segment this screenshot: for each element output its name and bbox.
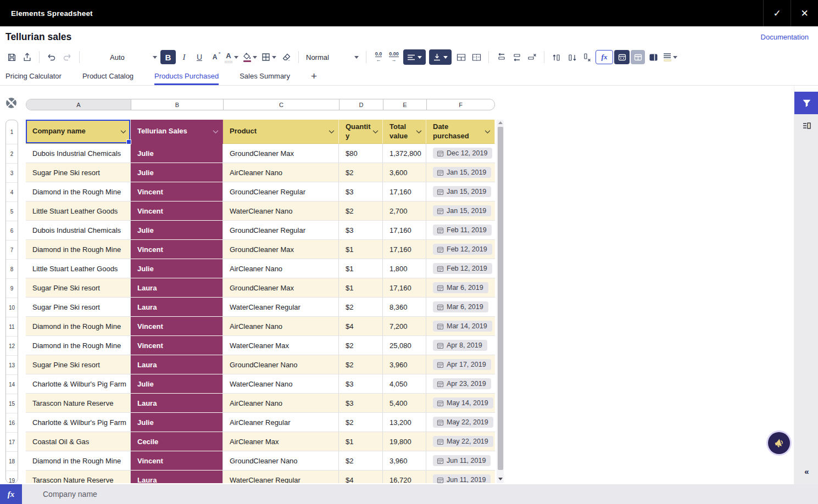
cell-company[interactable]: Sugar Pine Ski resort — [26, 298, 131, 317]
cell-total-value[interactable]: 4,050 — [383, 374, 426, 394]
row-header[interactable]: 14 — [6, 375, 18, 394]
cell-quantity[interactable]: $3 — [339, 221, 383, 240]
cell-company[interactable]: Dubois Industrial Chemicals — [26, 221, 131, 240]
cell-product[interactable]: GroundCleaner Nano — [223, 355, 339, 374]
row-header[interactable]: 8 — [6, 260, 18, 279]
underline-button[interactable]: U — [192, 50, 207, 64]
row-header[interactable]: 3 — [6, 164, 18, 183]
column-header-c[interactable]: C — [224, 99, 340, 110]
cell-date-purchased[interactable]: Apr 8, 2019 — [426, 336, 495, 355]
cell-sales-rep[interactable]: Laura — [131, 394, 223, 413]
insert-column-right-button[interactable] — [565, 50, 579, 64]
row-header[interactable]: 9 — [6, 279, 18, 298]
delete-row-button[interactable] — [525, 50, 539, 64]
delete-column-button[interactable] — [580, 50, 594, 64]
cell-total-value[interactable]: 7,200 — [383, 317, 426, 336]
cell-style-select[interactable]: Normal — [304, 53, 361, 61]
filter-button[interactable] — [794, 92, 818, 114]
cell-total-value[interactable]: 17,160 — [383, 278, 426, 298]
announcements-button[interactable] — [768, 432, 790, 454]
cell-date-purchased[interactable]: Jan 15, 2019 — [426, 182, 495, 201]
cell-company[interactable]: Sugar Pine Ski resort — [26, 355, 131, 374]
save-button[interactable] — [4, 50, 19, 64]
cell-quantity[interactable]: $4 — [339, 471, 383, 483]
scroll-down-arrow[interactable] — [498, 478, 503, 480]
date-pill[interactable]: Jan 15, 2019 — [433, 205, 491, 216]
undo-button[interactable] — [44, 50, 59, 64]
cell-sales-rep[interactable]: Vincent — [131, 240, 223, 259]
cell-quantity[interactable]: $2 — [339, 413, 383, 432]
cell-company[interactable]: Tarascon Nature Reserve — [26, 394, 131, 413]
row-header[interactable]: 2 — [6, 144, 18, 164]
row-header[interactable]: 17 — [6, 433, 18, 452]
borders-button[interactable] — [260, 53, 278, 61]
header-cell-tellurian-sales[interactable]: Tellurian Sales — [131, 120, 223, 144]
header-cell-product[interactable]: Product — [223, 120, 339, 144]
cell-sales-rep[interactable]: Laura — [131, 278, 223, 298]
row-header[interactable]: 15 — [6, 394, 18, 413]
cell-product[interactable]: AirCleaner Nano — [223, 163, 339, 182]
cell-sales-rep[interactable]: Vincent — [131, 201, 223, 221]
cell-total-value[interactable]: 17,160 — [383, 240, 426, 259]
cell-sales-rep[interactable]: Cecile — [131, 432, 223, 451]
column-header-a[interactable]: A — [26, 99, 131, 110]
row-header[interactable]: 4 — [6, 183, 18, 202]
tab-sales-summary[interactable]: Sales Summary — [240, 67, 290, 85]
cell-company[interactable]: Dubois Industrial Chemicals — [26, 144, 131, 163]
cell-product[interactable]: AirCleaner Max — [223, 432, 339, 451]
row-header[interactable]: 7 — [6, 240, 18, 260]
formula-button[interactable]: fx — [596, 50, 613, 64]
select-all-button[interactable] — [6, 98, 16, 108]
cell-quantity[interactable]: $3 — [339, 182, 383, 201]
cell-date-purchased[interactable]: Jan 15, 2019 — [426, 163, 495, 182]
cell-quantity[interactable]: $2 — [339, 201, 383, 221]
cell-date-purchased[interactable]: May 22, 2019 — [426, 413, 495, 432]
clear-formatting-button[interactable] — [279, 50, 293, 64]
cell-quantity[interactable]: $80 — [339, 144, 383, 163]
confirm-button[interactable]: ✓ — [763, 0, 791, 26]
cell-company[interactable]: Sugar Pine Ski resort — [26, 163, 131, 182]
date-pill[interactable]: Jan 15, 2019 — [433, 186, 491, 197]
cell-product[interactable]: WaterCleaner Max — [223, 336, 339, 355]
row-header[interactable]: 11 — [6, 317, 18, 337]
italic-button[interactable]: I — [177, 50, 191, 64]
text-style-button[interactable]: A° — [208, 50, 222, 64]
cell-company[interactable]: Tarascon Nature Reserve — [26, 471, 131, 483]
cell-company[interactable]: Diamond in the Rough Mine — [26, 182, 131, 201]
cell-total-value[interactable]: 3,960 — [383, 355, 426, 374]
cell-total-value[interactable]: 1,372,800 — [383, 144, 426, 163]
cell-total-value[interactable]: 5,400 — [383, 394, 426, 413]
cell-date-purchased[interactable]: Jun 11, 2019 — [426, 451, 495, 471]
cell-sales-rep[interactable]: Vincent — [131, 336, 223, 355]
font-size-select[interactable]: Auto — [108, 53, 159, 61]
horizontal-align-button[interactable] — [403, 49, 426, 65]
cell-quantity[interactable]: $1 — [339, 240, 383, 259]
increase-decimal-button[interactable]: 0.00→ — [387, 50, 401, 64]
insert-column-left-button[interactable] — [549, 50, 564, 64]
cell-quantity[interactable]: $3 — [339, 374, 383, 394]
cell-date-purchased[interactable]: Jun 11, 2019 — [426, 471, 495, 483]
unmerge-cells-button[interactable] — [469, 50, 483, 64]
cell-date-purchased[interactable]: May 22, 2019 — [426, 432, 495, 451]
row-header[interactable]: 6 — [6, 221, 18, 240]
header-cell-date-purchased[interactable]: Date purchased — [426, 120, 495, 144]
tab-pricing-calculator[interactable]: Pricing Calculator — [5, 67, 62, 85]
cell-sales-rep[interactable]: Laura — [131, 471, 223, 483]
cell-date-purchased[interactable]: Feb 11, 2019 — [426, 221, 495, 240]
cell-date-purchased[interactable]: Mar 14, 2019 — [426, 317, 495, 336]
cell-company[interactable]: Coastal Oil & Gas — [26, 432, 131, 451]
share-button[interactable] — [20, 50, 34, 64]
cell-date-purchased[interactable]: Jan 15, 2019 — [426, 201, 495, 221]
cell-date-purchased[interactable]: Apr 23, 2019 — [426, 374, 495, 394]
cell-product[interactable]: GroundCleaner Max — [223, 144, 339, 163]
column-header-b[interactable]: B — [131, 99, 224, 110]
date-pill[interactable]: May 22, 2019 — [433, 436, 493, 447]
cell-quantity[interactable]: $2 — [339, 355, 383, 374]
cell-company[interactable]: Diamond in the Rough Mine — [26, 240, 131, 259]
cell-total-value[interactable]: 2,700 — [383, 201, 426, 221]
documentation-link[interactable]: Documentation — [761, 33, 809, 41]
cell-product[interactable]: AirCleaner Nano — [223, 317, 339, 336]
cell-company[interactable]: Sugar Pine Ski resort — [26, 278, 131, 298]
cell-sales-rep[interactable]: Laura — [131, 355, 223, 374]
redo-button[interactable] — [60, 50, 74, 64]
